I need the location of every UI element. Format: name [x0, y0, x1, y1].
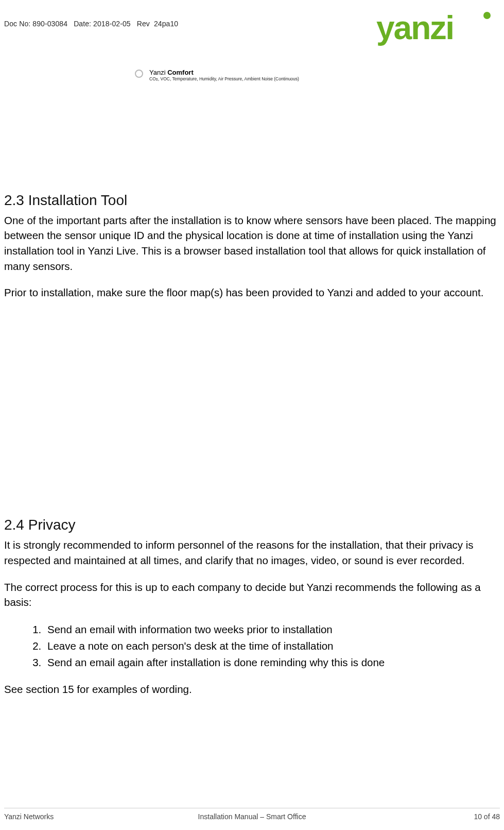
page-footer: Yanzi Networks Installation Manual – Sma…: [4, 808, 500, 821]
svg-point-1: [483, 12, 491, 19]
svg-text:yanzi: yanzi: [376, 9, 454, 46]
heading-2-4: 2.4 Privacy: [4, 517, 500, 533]
s23-paragraph-1: One of the important parts after the ins…: [4, 213, 500, 274]
footer-left: Yanzi Networks: [4, 812, 54, 821]
s24-paragraph-1: It is strongly recommended to inform per…: [4, 537, 500, 568]
s24-paragraph-3: See section 15 for examples of wording.: [4, 682, 500, 697]
s23-paragraph-2: Prior to installation, make sure the flo…: [4, 285, 500, 300]
rev-label: Rev: [137, 20, 150, 28]
doc-meta: Doc No: 890-03084 Date: 2018-02-05 Rev 2…: [4, 15, 178, 28]
list-item: Send an email again after installation i…: [44, 654, 500, 671]
doc-no-label: Doc No:: [4, 20, 30, 28]
date-value: 2018-02-05: [93, 20, 131, 28]
product-title: Yanzi Comfort: [149, 69, 299, 76]
privacy-steps-list: Send an email with information two weeks…: [4, 621, 500, 670]
rev-value: 24pa10: [154, 20, 178, 28]
doc-no-value: 890-03084: [32, 20, 67, 28]
date-label: Date:: [74, 20, 91, 28]
product-text: Yanzi Comfort CO₂, VOC, Temperature, Hum…: [149, 69, 299, 81]
list-item: Send an email with information two weeks…: [44, 621, 500, 638]
footer-right: 10 of 48: [474, 812, 500, 821]
section-installation-tool: 2.3 Installation Tool One of the importa…: [4, 192, 500, 301]
page-header: Doc No: 890-03084 Date: 2018-02-05 Rev 2…: [4, 15, 500, 56]
product-subtitle: CO₂, VOC, Temperature, Humidity, Air Pre…: [149, 77, 299, 81]
footer-center: Installation Manual – Smart Office: [4, 812, 500, 821]
heading-2-3: 2.3 Installation Tool: [4, 192, 500, 209]
sensor-icon: [135, 70, 143, 78]
s24-paragraph-2: The correct process for this is up to ea…: [4, 580, 500, 610]
product-info: Yanzi Comfort CO₂, VOC, Temperature, Hum…: [135, 69, 500, 81]
list-item: Leave a note on each person's desk at th…: [44, 638, 500, 654]
brand-logo: yanzi: [376, 9, 500, 50]
section-privacy: 2.4 Privacy It is strongly recommended t…: [4, 517, 500, 697]
product-brand: Yanzi: [149, 69, 166, 76]
product-name: Comfort: [167, 69, 194, 76]
